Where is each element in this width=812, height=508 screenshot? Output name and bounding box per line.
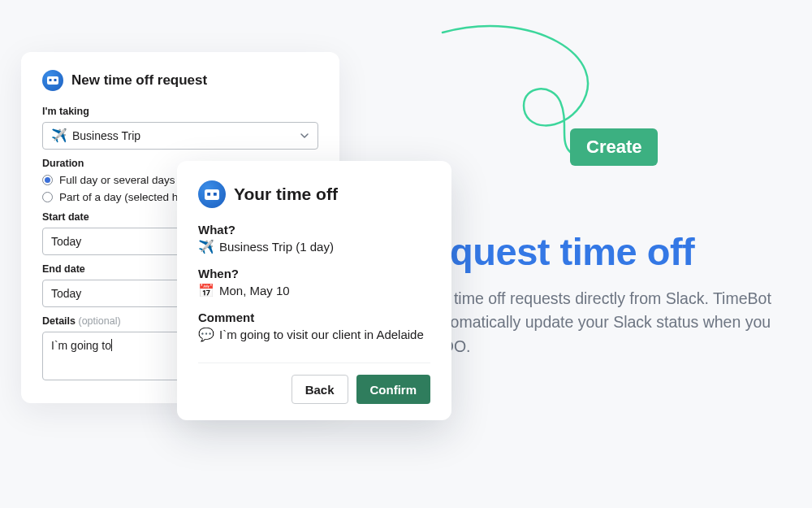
when-value: Mon, May 10	[219, 284, 290, 297]
bot-icon	[42, 70, 63, 91]
confirm-button[interactable]: Confirm	[356, 375, 431, 404]
calendar-icon: 📅	[198, 284, 214, 297]
details-value: I`m going to	[51, 339, 111, 352]
start-date-value: Today	[51, 235, 81, 248]
type-select[interactable]: ✈️ Business Trip	[42, 122, 318, 150]
svg-rect-2	[54, 79, 57, 81]
details-optional-hint: (optional)	[78, 315, 120, 327]
comment-label: Comment	[198, 310, 430, 324]
confirm-card-header: Your time off	[198, 180, 430, 208]
confirm-card: Your time off What? ✈️ Business Trip (1 …	[177, 161, 451, 420]
what-value: Business Trip (1 day)	[219, 240, 334, 254]
request-card-title: New time off request	[71, 72, 207, 89]
svg-rect-5	[214, 192, 217, 195]
request-card-header: New time off request	[42, 70, 318, 91]
confirm-actions: Back Confirm	[198, 363, 430, 404]
radio-icon	[42, 175, 53, 185]
comment-value-row: 💬 I`m going to visit our client in Adela…	[198, 328, 430, 341]
marketing-subtext: Create time off requests directly from S…	[402, 287, 784, 358]
text-caret	[111, 339, 112, 351]
svg-rect-0	[47, 76, 58, 85]
when-label: When?	[198, 267, 430, 280]
end-date-value: Today	[51, 287, 81, 300]
speech-bubble-icon: 💬	[198, 328, 214, 341]
duration-option-full-label: Full day or several days	[59, 174, 175, 186]
svg-rect-3	[205, 189, 219, 200]
svg-rect-1	[50, 79, 52, 81]
type-label: I'm taking	[42, 106, 318, 117]
what-label: What?	[198, 223, 430, 237]
radio-icon	[42, 192, 53, 202]
airplane-icon: ✈️	[198, 241, 214, 254]
what-value-row: ✈️ Business Trip (1 day)	[198, 240, 430, 254]
comment-value: I`m going to visit our client in Adelaid…	[219, 328, 424, 341]
chevron-down-icon	[300, 131, 309, 141]
bot-icon	[198, 180, 226, 208]
confirm-card-title: Your time off	[234, 185, 338, 204]
type-select-value: Business Trip	[72, 129, 140, 142]
airplane-icon: ✈️	[51, 129, 67, 142]
svg-rect-4	[207, 192, 210, 195]
create-badge: Create	[570, 128, 658, 166]
back-button[interactable]: Back	[292, 375, 348, 404]
when-value-row: 📅 Mon, May 10	[198, 284, 430, 297]
